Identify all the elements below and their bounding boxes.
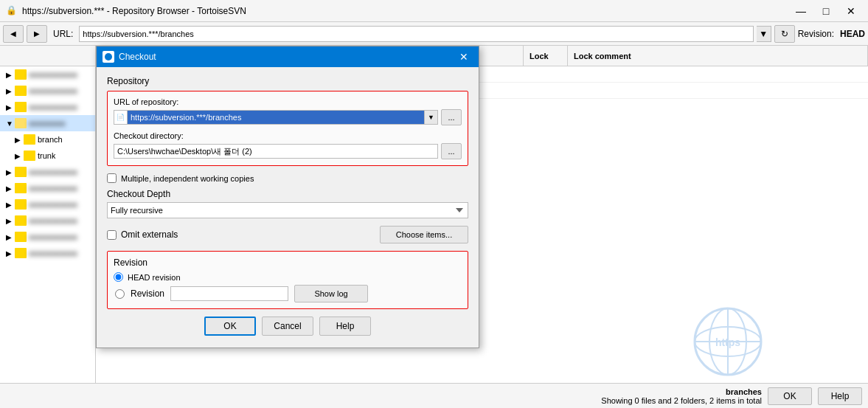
tree-item-label: xxxxxxxxxxxx [29,184,77,193]
tree-item[interactable]: ▶ xxxxxxxxxxxx [0,229,95,245]
folder-icon [15,248,27,258]
tree-item-label: xxxxxxxxxxxx [29,249,77,257]
expand-icon[interactable]: ▶ [6,103,15,111]
col-lock-comment: Lock comment [568,46,868,66]
status-info: branches Showing 0 files and 2 folders, … [6,387,762,405]
url-dropdown-button[interactable]: ▼ [757,26,771,42]
repository-section-label: Repository [107,76,468,86]
url-row: 📄 ▼ ... [114,109,462,125]
tree-item-label-branches: branch [38,135,63,144]
tree-item-label: xxxxxxxxxxxx [29,200,77,209]
dialog-title-icon [103,51,114,63]
expand-icon[interactable]: ▶ [6,184,15,193]
url-browse-button[interactable]: ... [441,109,462,125]
url-field-wrap: 📄 ▼ [114,110,438,125]
head-revision-label: HEAD revision [128,273,181,282]
svg-text:https: https [715,336,740,348]
window-controls: — □ ✕ [790,4,862,18]
dialog-close-button[interactable]: ✕ [455,49,473,64]
tree-item-label: xxxxxxxxxxxx [29,216,77,225]
folder-icon [15,167,27,177]
folder-open-icon [15,118,27,128]
folder-icon [24,151,35,161]
tree-panel: ▶ xxxxxxxxxxxx ▶ xxxxxxxxxxxx ▶ xxxxxxxx… [0,46,96,408]
expand-icon[interactable]: ▶ [15,152,24,160]
multiple-copies-row: Multiple, independent working copies [107,173,468,183]
status-ok-button[interactable]: OK [768,387,812,405]
back-button[interactable]: ◀ [3,25,24,43]
url-of-repo-label: URL of repository: [114,97,462,106]
status-help-button[interactable]: Help [818,387,862,405]
tree-item[interactable]: ▶ xxxxxxxxxxxx [0,196,95,212]
omit-externals-checkbox[interactable] [107,230,117,240]
title-bar: 🔒 https://subversion.*** - Repository Br… [0,0,868,22]
status-folder: branches [6,387,762,396]
tree-item[interactable]: ▶ xxxxxxxxxxxx [0,83,95,99]
tree-item-label: xxxxxxxxxxxx [29,70,77,79]
checkout-dir-label: Checkout directory: [114,131,462,140]
close-button[interactable]: ✕ [840,4,862,18]
help-button[interactable]: Help [319,317,371,336]
folder-icon [15,215,27,226]
expand-icon[interactable]: ▼ [6,120,15,128]
tree-item-trunk[interactable]: ▶ trunk [0,148,95,164]
refresh-button[interactable]: ↻ [774,25,795,43]
omit-row: Omit externals Choose items... [107,226,468,243]
expand-icon[interactable]: ▶ [6,233,15,241]
expand-icon[interactable]: ▶ [15,136,24,144]
tree-item-branches[interactable]: ▶ branch [0,131,95,148]
expand-icon[interactable]: ▶ [6,71,15,79]
folder-icon [15,199,27,210]
show-log-button[interactable]: Show log [294,285,368,302]
folder-icon [15,102,27,112]
tree-item[interactable]: ▶ xxxxxxxxxxxx [0,180,95,196]
ok-button[interactable]: OK [204,317,256,336]
revision-input-row: Revision Show log [115,285,462,302]
depth-select[interactable]: Fully recursive Immediate children Only … [107,202,468,218]
multiple-copies-label: Multiple, independent working copies [121,174,254,183]
choose-items-button[interactable]: Choose items... [380,226,468,243]
tree-item-label: xxxxxxxxxxxx [29,86,77,95]
minimize-button[interactable]: — [790,4,812,18]
revision-label: Revision: [798,29,834,39]
forward-button[interactable]: ▶ [27,25,47,43]
expand-icon[interactable]: ▶ [6,87,15,95]
dialog-buttons: OK Cancel Help [107,317,468,339]
expand-icon[interactable]: ▶ [6,168,15,176]
head-revision-radio[interactable] [114,272,123,282]
revision-number-input[interactable] [170,286,288,301]
tree-item[interactable]: ▶ xxxxxxxxxxxx [0,245,95,261]
url-dropdown-arrow[interactable]: ▼ [425,110,438,125]
url-field-icon: 📄 [114,110,127,125]
tree-item[interactable]: ▶ xxxxxxxxxxxx [0,164,95,180]
expand-icon[interactable]: ▶ [6,249,15,257]
url-input[interactable] [79,26,753,42]
tree-item-label: xxxxxxxxxxxx [29,167,77,176]
tree-item-label: xxxxxxxxxxxx [29,232,77,241]
status-bar: branches Showing 0 files and 2 folders, … [0,383,868,408]
multiple-copies-checkbox[interactable] [107,173,117,183]
tree-item-label: xxxxxxxxxxxx [29,103,77,111]
omit-externals-label: Omit externals [121,229,178,240]
tree-item[interactable]: ▶ xxxxxxxxxxxx [0,212,95,229]
expand-icon[interactable]: ▶ [6,217,15,225]
folder-icon [15,232,27,242]
dialog-title-text: Checkout [119,52,455,62]
revision-radio[interactable] [115,289,125,299]
checkout-depth-label: Checkout Depth [107,189,468,199]
app-icon: 🔒 [6,5,18,17]
revision-radio-label: Revision [131,288,164,299]
dir-browse-button[interactable]: ... [441,143,462,159]
maximize-button[interactable]: □ [815,4,837,18]
tree-item[interactable]: ▶ xxxxxxxxxxxx [0,66,95,83]
tree-item-expanded[interactable]: ▼ xxxxxxxxx [0,115,95,131]
tree-item-label: xxxxxxxxx [29,119,66,128]
expand-icon[interactable]: ▶ [6,201,15,209]
tree-header [0,46,95,66]
checkout-dir-row: ... [114,143,462,159]
checkout-dir-input[interactable] [114,144,438,159]
tree-item[interactable]: ▶ xxxxxxxxxxxx [0,99,95,115]
cancel-button[interactable]: Cancel [262,317,313,336]
url-of-repo-input[interactable] [127,110,425,125]
svg-point-6 [105,53,112,60]
